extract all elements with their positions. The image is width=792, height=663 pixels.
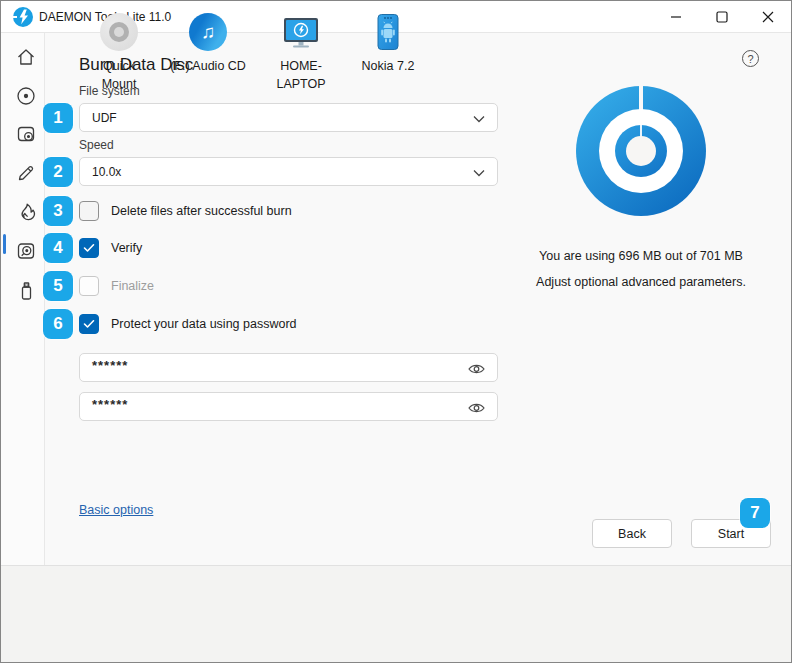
speed-value: 10.0x bbox=[92, 165, 121, 179]
annotation-badge-6: 6 bbox=[43, 309, 73, 339]
home-icon[interactable] bbox=[15, 46, 37, 68]
password-protect-checkbox-row[interactable]: Protect your data using password bbox=[79, 314, 297, 334]
speed-label: Speed bbox=[79, 138, 114, 152]
audio-cd-icon: ♫ bbox=[189, 13, 227, 51]
image-catalog-icon[interactable] bbox=[15, 123, 37, 145]
password-confirm-input[interactable]: ****** bbox=[79, 392, 498, 421]
annotation-badge-2: 2 bbox=[43, 157, 73, 187]
phone-icon bbox=[369, 13, 407, 51]
device-label: (F:) Audio CD bbox=[170, 58, 246, 76]
delete-files-label: Delete files after successful burn bbox=[111, 204, 292, 218]
device-home-laptop[interactable]: HOME-LAPTOP bbox=[253, 13, 349, 93]
device-label: Nokia 7.2 bbox=[362, 58, 415, 76]
file-system-select[interactable]: UDF bbox=[79, 103, 498, 132]
device-bar bbox=[1, 565, 792, 663]
chevron-down-icon bbox=[473, 115, 485, 123]
app-window: DAEMON Tools Lite 11.0 bbox=[0, 0, 792, 663]
device-nokia-phone[interactable]: Nokia 7.2 bbox=[340, 13, 436, 76]
computer-icon bbox=[282, 13, 320, 51]
master-disc-pencil-icon[interactable] bbox=[15, 162, 37, 184]
show-password-eye-icon[interactable] bbox=[468, 363, 485, 375]
help-icon[interactable]: ? bbox=[742, 50, 759, 67]
speed-select[interactable]: 10.0x bbox=[79, 157, 498, 186]
device-quick-mount[interactable]: Quick Mount bbox=[71, 13, 167, 93]
show-password-eye-icon[interactable] bbox=[468, 402, 485, 414]
password-input[interactable]: ****** bbox=[79, 353, 498, 382]
finalize-checkbox-row: Finalize bbox=[79, 276, 154, 296]
delete-files-checkbox-row[interactable]: Delete files after successful burn bbox=[79, 201, 292, 221]
device-label: HOME-LAPTOP bbox=[272, 58, 330, 93]
password-confirm-value: ****** bbox=[92, 397, 128, 412]
maximize-button[interactable] bbox=[699, 1, 745, 33]
advanced-hint-text: Adjust optional advanced parameters. bbox=[441, 275, 792, 289]
annotation-badge-1: 1 bbox=[43, 103, 73, 133]
finalize-checkbox bbox=[79, 276, 99, 296]
chevron-down-icon bbox=[473, 169, 485, 177]
device-audio-cd[interactable]: ♫ (F:) Audio CD bbox=[160, 13, 256, 76]
annotation-badge-5: 5 bbox=[43, 271, 73, 301]
delete-files-checkbox[interactable] bbox=[79, 201, 99, 221]
burn-flame-icon[interactable] bbox=[15, 201, 37, 223]
disc-hub bbox=[626, 136, 656, 166]
usb-drive-icon[interactable] bbox=[15, 280, 37, 302]
verify-checkbox[interactable] bbox=[79, 238, 99, 258]
annotation-badge-7: 7 bbox=[740, 498, 770, 528]
disc-usage-graphic bbox=[576, 86, 706, 216]
finalize-label: Finalize bbox=[111, 279, 154, 293]
device-label: Quick Mount bbox=[95, 58, 143, 93]
grab-disc-icon[interactable] bbox=[15, 240, 37, 262]
password-protect-label: Protect your data using password bbox=[111, 317, 297, 331]
app-logo-icon bbox=[13, 7, 33, 27]
annotation-badge-3: 3 bbox=[43, 196, 73, 226]
basic-options-link[interactable]: Basic options bbox=[79, 503, 153, 517]
annotation-badge-4: 4 bbox=[43, 233, 73, 263]
gray-disc-icon bbox=[100, 13, 138, 51]
file-system-value: UDF bbox=[92, 111, 117, 125]
active-item-indicator bbox=[3, 234, 6, 254]
minimize-button[interactable] bbox=[653, 1, 699, 33]
password-value: ****** bbox=[92, 358, 128, 373]
close-button[interactable] bbox=[745, 1, 791, 33]
verify-checkbox-row[interactable]: Verify bbox=[79, 238, 142, 258]
password-protect-checkbox[interactable] bbox=[79, 314, 99, 334]
verify-label: Verify bbox=[111, 241, 142, 255]
usage-summary-text: You are using 696 MB out of 701 MB bbox=[441, 249, 792, 263]
back-button[interactable]: Back bbox=[592, 519, 672, 548]
mount-disc-icon[interactable] bbox=[15, 85, 37, 107]
